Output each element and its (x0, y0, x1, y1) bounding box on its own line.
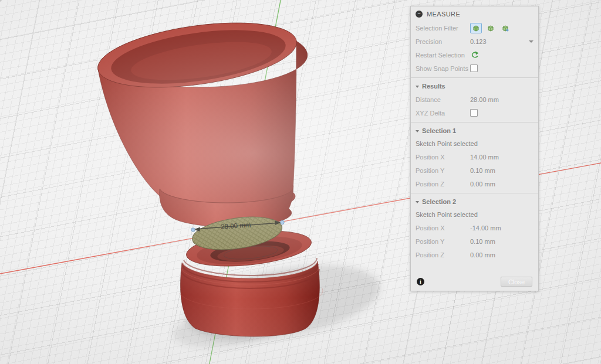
panel-footer: Close (411, 277, 538, 287)
show-snap-points-checkbox[interactable] (470, 64, 478, 72)
position-z-value: 0.00 mm (470, 181, 495, 188)
restart-selection-label: Restart Selection (416, 52, 470, 59)
precision-label: Precision (416, 38, 470, 45)
selection-filter-row: Selection Filter (411, 21, 538, 35)
xyz-delta-row: XYZ Delta (411, 106, 538, 120)
precision-value: 0.123 (470, 38, 487, 45)
selection1-position-y-row: Position Y 0.10 mm (411, 164, 538, 177)
collapse-triangle-icon (416, 86, 419, 88)
model-funnel[interactable] (94, 12, 308, 227)
close-button[interactable]: Close (501, 277, 532, 287)
selection2-position-x-row: Position X -14.00 mm (411, 221, 538, 234)
chevron-down-icon[interactable] (529, 40, 534, 43)
selection1-subtitle: Sketch Point selected (411, 137, 538, 150)
selection2-section-header[interactable]: Selection 2 (411, 195, 538, 208)
divider (411, 193, 538, 193)
results-header-label: Results (422, 83, 445, 90)
selection2-position-y-row: Position Y 0.10 mm (411, 234, 538, 248)
results-section-header[interactable]: Results (411, 80, 538, 93)
position-z-label: Position Z (416, 251, 470, 258)
snap-point-right[interactable] (281, 220, 284, 224)
precision-row[interactable]: Precision 0.123 (411, 35, 538, 48)
snap-point-left[interactable] (191, 228, 195, 232)
divider (411, 77, 538, 78)
panel-header: MEASURE (411, 6, 538, 21)
restart-selection-icon[interactable] (470, 51, 479, 59)
divider (411, 122, 538, 123)
show-snap-points-label: Show Snap Points (416, 65, 470, 72)
xyz-delta-checkbox[interactable] (470, 109, 478, 117)
measure-panel: MEASURE Selection Filter Precision 0.123 (410, 6, 539, 291)
selection-filter-icons (470, 23, 511, 33)
selection-filter-label: Selection Filter (416, 25, 470, 32)
position-x-label: Position X (416, 224, 470, 232)
position-y-label: Position Y (416, 167, 470, 174)
selection1-position-x-row: Position X 14.00 mm (411, 150, 538, 164)
position-z-value: 0.00 mm (470, 251, 495, 258)
position-z-label: Position Z (416, 181, 470, 188)
collapse-panel-icon[interactable] (416, 11, 423, 18)
position-y-value: 0.10 mm (470, 238, 495, 245)
selection2-subtitle: Sketch Point selected (411, 208, 538, 221)
distance-row: Distance 28.00 mm (411, 93, 538, 106)
position-y-value: 0.10 mm (470, 167, 495, 174)
collapse-triangle-icon (416, 130, 419, 132)
info-icon[interactable] (417, 278, 424, 285)
position-x-value: 14.00 mm (470, 154, 499, 161)
position-y-label: Position Y (416, 238, 470, 245)
filter-sketch-icon[interactable] (499, 23, 511, 33)
position-x-label: Position X (416, 154, 470, 161)
selection2-header-label: Selection 2 (422, 198, 456, 205)
restart-selection-row: Restart Selection (411, 48, 538, 62)
filter-body-icon[interactable] (470, 23, 482, 33)
collapse-triangle-icon (416, 201, 419, 203)
show-snap-points-row: Show Snap Points (411, 62, 538, 75)
selection1-header-label: Selection 1 (422, 127, 456, 134)
selection1-position-z-row: Position Z 0.00 mm (411, 177, 538, 190)
viewport-3d[interactable]: 28.00 mm MEASURE Selection Filter (0, 0, 601, 364)
distance-label: Distance (416, 96, 470, 103)
distance-value: 28.00 mm (470, 96, 499, 103)
selection1-section-header[interactable]: Selection 1 (411, 124, 538, 137)
panel-title: MEASURE (427, 11, 460, 18)
position-x-value: -14.00 mm (470, 224, 501, 232)
selection2-position-z-row: Position Z 0.00 mm (411, 248, 538, 261)
filter-component-icon[interactable] (485, 23, 497, 33)
xyz-delta-label: XYZ Delta (416, 110, 470, 117)
